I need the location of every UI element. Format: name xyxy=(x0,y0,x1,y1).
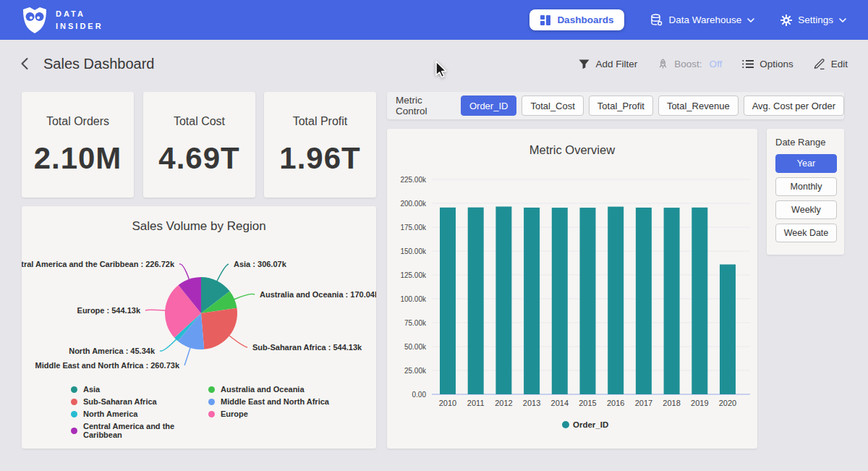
x-tick-label: 2020 xyxy=(719,399,736,407)
legend-item-central-america-and-the-caribbean[interactable]: Central America and the Caribbean xyxy=(71,422,208,439)
rocket-icon xyxy=(658,59,668,69)
bar-2015[interactable] xyxy=(580,208,596,394)
legend-label: Europe xyxy=(221,410,248,418)
pie-callout-line xyxy=(217,264,229,281)
x-tick-label: 2012 xyxy=(495,399,512,407)
legend-item-europe[interactable]: Europe xyxy=(208,410,329,418)
nav-right: Dashboards Data Warehouse Settings xyxy=(529,9,846,30)
legend-item-middle-east-and-north-africa[interactable]: Middle East and North Africa xyxy=(208,397,329,406)
metric-control-label: Metric Control xyxy=(396,95,442,116)
pie-slice-sub-saharan-africa[interactable] xyxy=(201,308,237,349)
x-tick-label: 2018 xyxy=(663,399,680,407)
nav-data-warehouse[interactable]: Data Warehouse xyxy=(650,14,754,26)
legend-item-sub-saharan-africa[interactable]: Sub-Saharan Africa xyxy=(71,397,208,406)
y-tick-label: 25.00k xyxy=(404,367,427,375)
metric-button-avg-cost-per-order[interactable]: Avg. Cost per Order xyxy=(744,96,844,116)
pie-callout-label: Central America and the Caribbean : 226.… xyxy=(22,260,175,268)
boost-label: Boost: xyxy=(674,59,702,69)
pie-callout-line xyxy=(160,339,176,351)
add-filter-button[interactable]: Add Filter xyxy=(579,59,637,69)
page-header: Sales Dashboard Add Filter Boost: Off Op… xyxy=(0,40,868,88)
edit-button[interactable]: Edit xyxy=(814,58,848,69)
kpi-value: 2.10M xyxy=(22,141,134,176)
x-tick-label: 2016 xyxy=(607,399,624,407)
page-title: Sales Dashboard xyxy=(43,56,154,72)
boost-toggle[interactable]: Boost: Off xyxy=(658,59,722,69)
x-tick-label: 2019 xyxy=(691,399,708,407)
kpi-card-total-cost: Total Cost 4.69T xyxy=(143,92,255,198)
x-tick-label: 2017 xyxy=(635,399,652,407)
pie-callout-line xyxy=(179,264,190,280)
y-tick-label: 100.00k xyxy=(400,295,427,303)
legend-item-australia-and-oceania[interactable]: Australia and Oceania xyxy=(208,385,329,394)
y-tick-label: 225.00k xyxy=(400,176,427,184)
bar-legend-dot xyxy=(562,421,569,428)
date-range-button-week-date[interactable]: Week Date xyxy=(775,224,837,242)
legend-item-asia[interactable]: Asia xyxy=(71,385,208,394)
x-tick-label: 2014 xyxy=(551,399,569,407)
bar-2012[interactable] xyxy=(495,206,511,394)
pie-callout-line xyxy=(229,336,247,348)
y-tick-label: 150.00k xyxy=(400,247,427,255)
brand-line2: INSIDER xyxy=(56,20,103,33)
kpi-label: Total Cost xyxy=(143,115,255,128)
pie-callout-label: Australia and Oceania : 170.04k xyxy=(260,290,376,299)
legend-dot xyxy=(71,428,77,434)
bar-2011[interactable] xyxy=(468,208,484,394)
bar-2013[interactable] xyxy=(524,208,540,394)
boost-state: Off xyxy=(709,59,722,69)
nav-settings[interactable]: Settings xyxy=(780,14,846,26)
metric-button-total-cost[interactable]: Total_Cost xyxy=(522,96,583,116)
bar-2020[interactable] xyxy=(720,264,736,394)
metric-button-total-revenue[interactable]: Total_Revenue xyxy=(658,96,739,116)
back-button[interactable] xyxy=(20,57,29,70)
date-range-button-weekly[interactable]: Weekly xyxy=(775,200,837,219)
metric-button-order-id[interactable]: Order_ID xyxy=(461,96,516,116)
bar-2010[interactable] xyxy=(440,208,456,394)
bar-2019[interactable] xyxy=(692,208,707,394)
sales-volume-card: Sales Volume by Region Asia : 306.07kAus… xyxy=(22,206,376,449)
bar-2018[interactable] xyxy=(664,208,680,394)
legend-dot xyxy=(208,399,215,405)
legend-label: Sub-Saharan Africa xyxy=(83,397,157,406)
bar-2016[interactable] xyxy=(608,207,624,394)
pie-callout-label: Europe : 544.13k xyxy=(77,306,141,315)
pie-callout-label: Sub-Saharan Africa : 544.13k xyxy=(252,343,362,352)
options-button[interactable]: Options xyxy=(742,59,793,69)
bar-2017[interactable] xyxy=(636,208,652,394)
metric-overview-card: Metric Overview 0.0025.00k50.00k75.00k10… xyxy=(387,129,757,449)
pie-legend: AsiaSub-Saharan AfricaNorth AmericaCentr… xyxy=(71,385,329,439)
legend-label: Middle East and North Africa xyxy=(221,397,329,406)
dashboards-icon xyxy=(540,15,550,25)
brand-line1: DATA xyxy=(56,8,103,20)
brand: DATA INSIDER xyxy=(22,6,103,35)
nav-dashboards-button[interactable]: Dashboards xyxy=(529,9,624,30)
legend-label: Asia xyxy=(83,385,100,394)
legend-dot xyxy=(208,386,215,393)
x-tick-label: 2013 xyxy=(523,399,540,407)
top-navbar: DATA INSIDER Dashboards Data Warehouse xyxy=(0,0,868,40)
options-label: Options xyxy=(760,59,793,69)
legend-item-north-america[interactable]: North America xyxy=(71,410,208,418)
date-range-buttons: YearMonthlyWeeklyWeek Date xyxy=(775,154,835,242)
bar-legend-label[interactable]: Order_ID xyxy=(573,420,608,429)
legend-dot xyxy=(71,386,77,393)
pie-callout-line xyxy=(184,347,190,365)
metric-button-total-profit[interactable]: Total_Profit xyxy=(589,96,653,116)
pie-chart-svg: Asia : 306.07kAustralia and Oceania : 17… xyxy=(22,239,376,381)
date-range-button-monthly[interactable]: Monthly xyxy=(775,177,837,196)
header-actions: Add Filter Boost: Off Options Edit xyxy=(579,58,848,69)
pie-callout-label: Middle East and North Africa : 260.73k xyxy=(35,361,180,370)
chevron-down-icon xyxy=(747,18,754,22)
pie-callout-line xyxy=(234,294,255,300)
y-tick-label: 50.00k xyxy=(404,343,427,351)
kpi-value: 1.96T xyxy=(264,141,376,176)
legend-dot xyxy=(208,411,215,417)
date-range-button-year[interactable]: Year xyxy=(775,154,837,173)
legend-label: North America xyxy=(83,410,137,418)
list-icon xyxy=(742,59,754,69)
metric-buttons: Order_IDTotal_CostTotal_ProfitTotal_Reve… xyxy=(461,96,844,116)
legend-dot xyxy=(71,411,77,417)
kpi-label: Total Profit xyxy=(264,115,376,128)
bar-2014[interactable] xyxy=(552,208,568,394)
